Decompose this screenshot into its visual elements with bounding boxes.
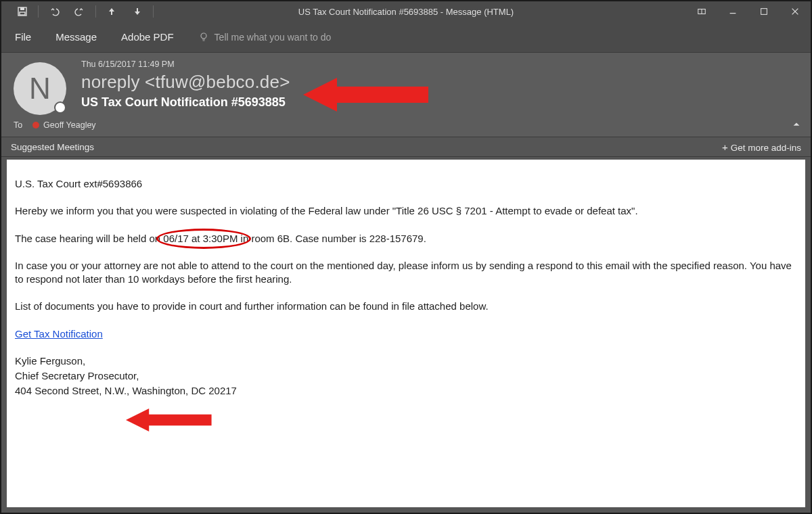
body-line-2: Hereby we inform you that you were suspe… xyxy=(15,204,797,218)
body-line-4: In case you or your attorney are not abl… xyxy=(15,259,797,287)
received-timestamp: Thu 6/15/2017 11:49 PM xyxy=(81,60,798,69)
undo-icon[interactable] xyxy=(41,1,67,22)
subject: US Tax Court Notification #5693885 xyxy=(81,95,798,110)
svg-rect-2 xyxy=(20,12,25,15)
svg-rect-5 xyxy=(761,9,767,15)
svg-rect-1 xyxy=(20,7,24,10)
body-line-1: U.S. Tax Court ext#5693866 xyxy=(15,177,797,191)
presence-dot-icon xyxy=(32,122,39,128)
maximize-icon[interactable] xyxy=(748,1,780,22)
tab-adobe-pdf[interactable]: Adobe PDF xyxy=(121,31,174,43)
separator xyxy=(153,5,154,18)
ribbon-options-icon[interactable] xyxy=(686,1,717,22)
signature: Kylie Ferguson, Chief Secretary Prosecut… xyxy=(15,354,797,398)
message-body: U.S. Tax Court ext#5693866 Hereby we inf… xyxy=(7,160,805,408)
message-header: N Thu 6/15/2017 11:49 PM noreply <tfuw@b… xyxy=(1,53,811,137)
tell-me-search[interactable]: Tell me what you want to do xyxy=(198,32,332,43)
message-body-pane[interactable]: U.S. Tax Court ext#5693866 Hereby we inf… xyxy=(7,160,805,507)
outlook-message-window: US Tax Court Notification #5693885 - Mes… xyxy=(0,0,812,514)
addins-label: Get more add-ins xyxy=(731,143,801,153)
save-icon[interactable] xyxy=(9,1,35,22)
sig-name: Kylie Ferguson, xyxy=(15,354,797,368)
close-icon[interactable] xyxy=(780,1,811,22)
window-controls xyxy=(686,1,811,22)
quick-access-toolbar xyxy=(1,1,156,22)
hearing-suffix: in room 6B. Case number is 228-157679. xyxy=(238,233,426,244)
svg-point-8 xyxy=(201,33,206,39)
avatar-initial: N xyxy=(29,72,51,106)
sig-title: Chief Secretary Prosecutor, xyxy=(15,369,797,383)
minimize-icon[interactable] xyxy=(717,1,748,22)
suggested-meetings-bar: Suggested Meetings +Get more add-ins xyxy=(1,137,811,157)
suggested-meetings-label[interactable]: Suggested Meetings xyxy=(11,142,94,152)
tell-me-placeholder: Tell me what you want to do xyxy=(215,32,332,43)
ribbon-tabs: File Message Adobe PDF Tell me what you … xyxy=(1,22,811,53)
get-more-addins[interactable]: +Get more add-ins xyxy=(722,141,801,153)
next-item-icon[interactable] xyxy=(125,1,150,22)
tab-file[interactable]: File xyxy=(15,31,31,43)
body-line-3: The case hearing will be held on 06/17 a… xyxy=(15,232,797,246)
redo-icon[interactable] xyxy=(67,1,93,22)
hearing-datetime: 06/17 at 3:30PM xyxy=(163,233,238,244)
get-tax-notification-link[interactable]: Get Tax Notification xyxy=(15,328,103,340)
plus-icon: + xyxy=(722,141,728,153)
expand-header-icon[interactable] xyxy=(792,120,801,131)
sender-avatar: N xyxy=(14,60,74,115)
titlebar: US Tax Court Notification #5693885 - Mes… xyxy=(1,1,811,22)
body-line-5: List of documents you have to provide in… xyxy=(15,300,797,313)
separator xyxy=(38,5,39,18)
to-label: To xyxy=(14,120,32,130)
tab-message[interactable]: Message xyxy=(55,31,97,43)
lightbulb-icon xyxy=(198,32,209,43)
presence-indicator xyxy=(54,101,66,114)
from-address: noreply <tfuw@bebco.de> xyxy=(81,72,798,93)
prev-item-icon[interactable] xyxy=(99,1,125,22)
hearing-prefix: The case hearing will be held on xyxy=(15,233,163,244)
to-row: To Geoff Yeagley xyxy=(14,115,798,137)
separator xyxy=(95,5,96,18)
sig-address: 404 Second Street, N.W., Washington, DC … xyxy=(15,384,797,398)
to-recipient: Geoff Yeagley xyxy=(43,120,96,130)
